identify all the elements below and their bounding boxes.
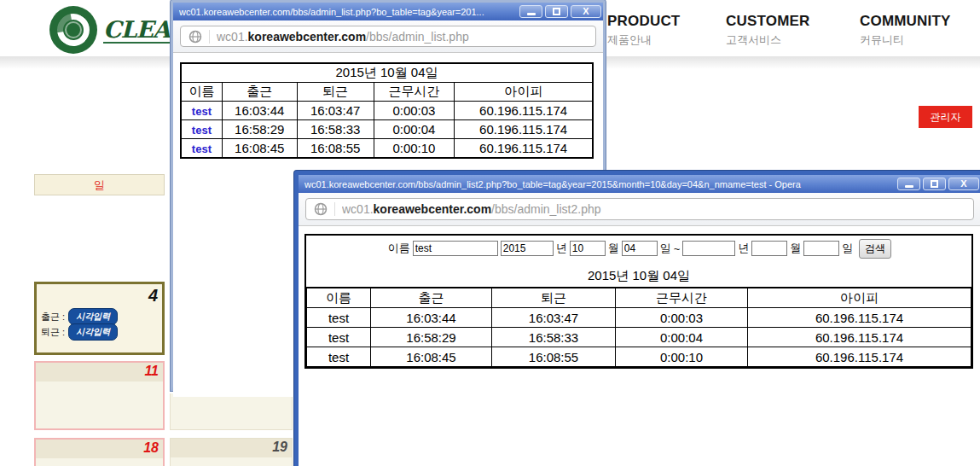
close-button[interactable]: X: [948, 178, 979, 190]
col-header-worktime: 근무시간: [616, 288, 748, 308]
attendance-date-title: 2015년 10월 04일: [306, 261, 971, 288]
restore-icon: [553, 8, 560, 15]
restore-button[interactable]: [923, 178, 946, 190]
from-year-input[interactable]: [501, 241, 554, 256]
popup1-titlebar[interactable]: wc01.koreawebcenter.com/bbs/admin_list.p…: [173, 3, 603, 20]
calendar-cell-fragment: [170, 393, 293, 430]
nav-label-ko: 제품안내: [607, 32, 727, 48]
popup2-content: 이름 년 월 일 ~ 년 월 일 검색 2015년 10월 04일: [299, 226, 980, 466]
calendar-sunday-header: 일: [34, 174, 165, 195]
name-link[interactable]: test: [192, 105, 212, 118]
close-icon: X: [960, 179, 966, 189]
popup-window-2: wc01.koreawebcenter.com/bbs/admin_list2.…: [294, 171, 980, 466]
nav-label-en: PRODUCT: [607, 13, 727, 30]
table-row: test 16:58:29 16:58:33 0:00:04 60.196.11…: [307, 328, 971, 347]
attendance-table-2: 이름 출근 퇴근 근무시간 아이피 test 16:03:44 16:03:47…: [306, 288, 971, 367]
nav-item-customer[interactable]: CUSTOMER 고객서비스: [726, 13, 845, 48]
calendar-cell-day18[interactable]: 18: [34, 438, 165, 466]
to-year-input[interactable]: [682, 241, 735, 256]
search-form: 이름 년 월 일 ~ 년 월 일 검색: [306, 236, 971, 261]
popup1-title: wc01.koreawebcenter.com/bbs/admin_list.p…: [179, 7, 514, 17]
attendance-panel: 이름 년 월 일 ~ 년 월 일 검색 2015년 10월 04일: [305, 235, 972, 368]
month-label: 월: [790, 241, 801, 256]
globe-icon: [188, 30, 202, 44]
admin-button[interactable]: 관리자: [919, 106, 972, 128]
year-label: 년: [556, 241, 567, 256]
calendar-date-4: 4: [148, 286, 158, 306]
col-header-checkin: 출근: [371, 288, 492, 308]
tilde-separator: ~: [674, 242, 681, 255]
name-link[interactable]: test: [192, 143, 212, 155]
month-label: 월: [608, 241, 619, 256]
nav-label-en: COMMUNITY: [860, 13, 979, 30]
checkout-time-button[interactable]: 시각입력: [68, 323, 118, 341]
day-label: 일: [660, 241, 671, 256]
calendar-date-11: 11: [144, 364, 159, 379]
url-divider: [209, 30, 210, 44]
popup1-url-text: wc01.koreawebcenter.com/bbs/admin_list.p…: [217, 30, 469, 44]
col-header-worktime: 근무시간: [374, 83, 455, 102]
minimize-button[interactable]: [897, 178, 920, 190]
popup2-url-field[interactable]: wc01.koreawebcenter.com/bbs/admin_list2.…: [305, 198, 974, 220]
name-input[interactable]: [413, 241, 498, 256]
minimize-icon: [527, 13, 536, 15]
col-header-checkout: 퇴근: [492, 288, 616, 308]
col-header-ip: 아이피: [455, 83, 593, 102]
calendar-cell-day11[interactable]: 11: [34, 361, 165, 430]
col-header-name: 이름: [182, 83, 223, 102]
table-row: test 16:08:45 16:08:55 0:00:10 60.196.11…: [307, 347, 971, 367]
attendance-date-title: 2015년 10월 04일: [182, 64, 593, 83]
year-label: 년: [738, 241, 749, 256]
popup1-url-field[interactable]: wc01.koreawebcenter.com/bbs/admin_list.p…: [180, 26, 596, 47]
from-month-input[interactable]: [570, 241, 606, 256]
col-header-checkin: 출근: [222, 83, 297, 102]
to-day-input[interactable]: [803, 241, 839, 256]
nav-item-product[interactable]: PRODUCT 제품안내: [607, 13, 727, 48]
day-label: 일: [842, 241, 853, 256]
table-row: test 16:58:29 16:58:33 0:00:04 60.196.11…: [182, 120, 593, 139]
popup2-url-text: wc01.koreawebcenter.com/bbs/admin_list2.…: [342, 202, 601, 216]
popup2-titlebar[interactable]: wc01.koreawebcenter.com/bbs/admin_list2.…: [299, 175, 980, 193]
popup1-addressbar: wc01.koreawebcenter.com/bbs/admin_list.p…: [173, 20, 603, 53]
globe-icon: [314, 202, 328, 216]
name-label: 이름: [388, 241, 410, 256]
nav-item-community[interactable]: COMMUNITY 커뮤니티: [860, 13, 979, 48]
checkin-label: 출근 :: [41, 311, 65, 323]
attendance-table-1: 2015년 10월 04일 이름 출근 퇴근 근무시간 아이피 test 16:…: [181, 63, 593, 158]
name-link[interactable]: test: [192, 124, 212, 137]
checkout-label: 퇴근 :: [41, 326, 65, 339]
url-divider: [334, 202, 335, 216]
to-month-input[interactable]: [751, 241, 787, 256]
screen: CLEAN- PRODUCT 제품안내 CUSTOMER 고객서비스 COMMU…: [0, 0, 980, 466]
minimize-icon: [905, 185, 913, 188]
calendar-cell-day19[interactable]: 19: [170, 438, 293, 466]
logo-swirl-icon: [49, 6, 97, 54]
nav-label-en: CUSTOMER: [726, 13, 845, 30]
restore-icon: [931, 180, 938, 188]
search-button[interactable]: 검색: [859, 239, 891, 259]
popup2-title: wc01.koreawebcenter.com/bbs/admin_list2.…: [304, 179, 892, 189]
restore-button[interactable]: [545, 5, 568, 18]
col-header-ip: 아이피: [748, 288, 971, 308]
minimize-button[interactable]: [519, 5, 542, 18]
table-row: test 16:03:44 16:03:47 0:00:03 60.196.11…: [182, 102, 593, 120]
col-header-checkout: 퇴근: [297, 83, 374, 102]
from-day-input[interactable]: [622, 241, 658, 256]
col-header-name: 이름: [307, 288, 371, 308]
nav-label-ko: 고객서비스: [726, 32, 845, 48]
table-row: test 16:03:44 16:03:47 0:00:03 60.196.11…: [307, 308, 971, 328]
calendar-date-19: 19: [272, 440, 287, 455]
table-row: test 16:08:45 16:08:55 0:00:10 60.196.11…: [182, 139, 593, 158]
popup2-addressbar: wc01.koreawebcenter.com/bbs/admin_list2.…: [299, 193, 980, 226]
checkin-time-button[interactable]: 시각입력: [68, 308, 118, 325]
calendar-cell-day4[interactable]: 4 출근 : 시각입력 퇴근 : 시각입력: [34, 282, 165, 355]
nav-label-ko: 커뮤니티: [860, 32, 979, 48]
close-icon: X: [583, 7, 589, 16]
calendar-date-18: 18: [143, 440, 159, 456]
close-button[interactable]: X: [571, 5, 601, 18]
